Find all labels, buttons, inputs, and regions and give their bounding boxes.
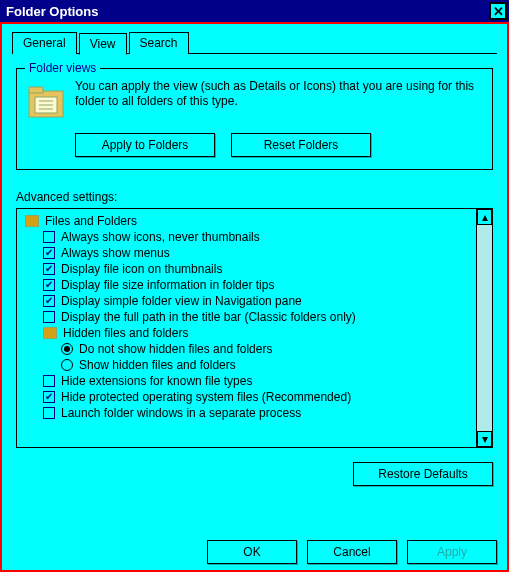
advanced-settings-label: Advanced settings: [16, 190, 493, 204]
tree-content: Files and Folders Always show icons, nev… [17, 209, 476, 447]
item-label: Launch folder windows in a separate proc… [61, 406, 301, 420]
titlebar: Folder Options ✕ [0, 0, 509, 22]
item-label: Hide extensions for known file types [61, 374, 252, 388]
scrollbar[interactable]: ▴ ▾ [476, 209, 492, 447]
checkbox-icon[interactable] [43, 311, 55, 323]
checkbox-icon[interactable] [43, 231, 55, 243]
checkbox-icon[interactable] [43, 263, 55, 275]
item-label: Do not show hidden files and folders [79, 342, 272, 356]
tree-item[interactable]: Launch folder windows in a separate proc… [25, 405, 472, 421]
tree-item[interactable]: Always show menus [25, 245, 472, 261]
folder-views-text: You can apply the view (such as Details … [75, 79, 482, 123]
tab-strip: General View Search [12, 32, 497, 54]
folder-icon [43, 327, 57, 339]
tree-radio-item[interactable]: Do not show hidden files and folders [25, 341, 472, 357]
apply-to-folders-button[interactable]: Apply to Folders [75, 133, 215, 157]
tree-item[interactable]: Always show icons, never thumbnails [25, 229, 472, 245]
ok-button[interactable]: OK [207, 540, 297, 564]
folder-icon [25, 215, 39, 227]
item-label: Show hidden files and folders [79, 358, 236, 372]
checkbox-icon[interactable] [43, 279, 55, 291]
dialog-buttons: OK Cancel Apply [207, 540, 497, 564]
reset-folders-button[interactable]: Reset Folders [231, 133, 371, 157]
tree-group-files-folders: Files and Folders [25, 213, 472, 229]
tree-item[interactable]: Display the full path in the title bar (… [25, 309, 472, 325]
advanced-settings-tree: Files and Folders Always show icons, nev… [16, 208, 493, 448]
cancel-button[interactable]: Cancel [307, 540, 397, 564]
item-label: Always show icons, never thumbnails [61, 230, 260, 244]
tree-group-hidden: Hidden files and folders [25, 325, 472, 341]
folder-views-legend: Folder views [25, 61, 100, 75]
folder-views-icon [27, 83, 67, 123]
item-label: Display file icon on thumbnails [61, 262, 222, 276]
checkbox-icon[interactable] [43, 391, 55, 403]
radio-icon[interactable] [61, 343, 73, 355]
scroll-up-button[interactable]: ▴ [477, 209, 492, 225]
svg-rect-1 [29, 87, 43, 93]
folder-options-window: Folder Options ✕ General View Search Fol… [0, 0, 509, 572]
tree-item[interactable]: Hide extensions for known file types [25, 373, 472, 389]
tab-general[interactable]: General [12, 32, 77, 54]
group-label: Files and Folders [45, 214, 137, 228]
tree-item[interactable]: Hide protected operating system files (R… [25, 389, 472, 405]
close-button[interactable]: ✕ [489, 2, 507, 20]
item-label: Always show menus [61, 246, 170, 260]
item-label: Display the full path in the title bar (… [61, 310, 356, 324]
tree-item[interactable]: Display file size information in folder … [25, 277, 472, 293]
apply-button[interactable]: Apply [407, 540, 497, 564]
item-label: Display simple folder view in Navigation… [61, 294, 302, 308]
tree-item[interactable]: Display file icon on thumbnails [25, 261, 472, 277]
scroll-down-button[interactable]: ▾ [477, 431, 492, 447]
scroll-track[interactable] [477, 225, 492, 431]
restore-defaults-button[interactable]: Restore Defaults [353, 462, 493, 486]
item-label: Display file size information in folder … [61, 278, 274, 292]
group-label: Hidden files and folders [63, 326, 188, 340]
window-title: Folder Options [6, 4, 489, 19]
tab-search[interactable]: Search [129, 32, 189, 54]
checkbox-icon[interactable] [43, 407, 55, 419]
item-label: Hide protected operating system files (R… [61, 390, 351, 404]
client-area: General View Search Folder views You can… [2, 24, 507, 570]
checkbox-icon[interactable] [43, 247, 55, 259]
checkbox-icon[interactable] [43, 295, 55, 307]
tree-radio-item[interactable]: Show hidden files and folders [25, 357, 472, 373]
tab-view[interactable]: View [79, 33, 127, 55]
radio-icon[interactable] [61, 359, 73, 371]
checkbox-icon[interactable] [43, 375, 55, 387]
folder-views-group: Folder views You can apply the view (suc… [16, 68, 493, 170]
tree-item[interactable]: Display simple folder view in Navigation… [25, 293, 472, 309]
